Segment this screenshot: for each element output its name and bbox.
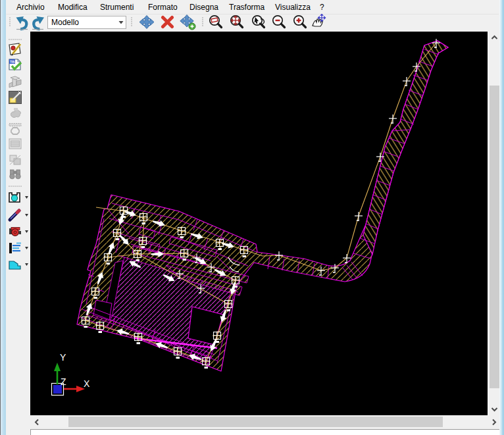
svg-text:Z: Z: [61, 376, 66, 387]
svg-text:Y: Y: [60, 352, 66, 363]
svg-text:X: X: [84, 378, 90, 389]
svg-text:Modello: Modello: [51, 18, 79, 27]
svg-text:TB: TB: [10, 60, 14, 64]
